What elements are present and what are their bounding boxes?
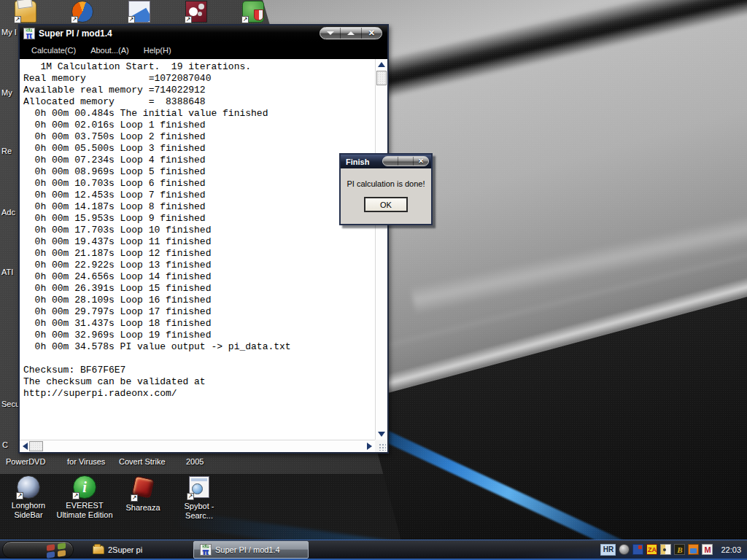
desktop-label-partial[interactable]: My I (1, 28, 17, 36)
taskbar-item-superpi-active[interactable]: SUPER π Super PI / mod1.4 (193, 541, 309, 559)
close-button[interactable]: ✕ (414, 157, 428, 166)
close-icon: ✕ (418, 158, 424, 165)
desktop-icon-antivir[interactable]: ↗ (242, 1, 264, 23)
desktop-icon-longhorn-sidebar[interactable]: ↗ Longhorn SideBar (0, 475, 57, 520)
shortcut-arrow-icon: ↗ (131, 494, 138, 502)
scroll-right-icon[interactable] (367, 443, 372, 450)
shortcut-arrow-icon: ↗ (187, 493, 194, 500)
desktop-icon-label: EVEREST Ultimate Edition (56, 501, 113, 520)
dialog-title: Finish (346, 158, 369, 166)
scroll-down-icon[interactable] (378, 432, 385, 437)
system-tray: HR ZA B M 22:03 (600, 540, 747, 559)
shortcut-arrow-icon: ↗ (241, 16, 249, 23)
audio-mixer-icon[interactable] (660, 544, 671, 555)
scroll-up-icon[interactable] (378, 62, 385, 67)
menu-bar: Calculate(C) About...(A) Help(H) (20, 42, 387, 59)
desktop-icon-everest[interactable]: i ↗ EVEREST Ultimate Edition (56, 475, 113, 520)
menu-help[interactable]: Help(H) (137, 44, 178, 57)
taskbar-item-label: 2Super pi (108, 545, 142, 554)
desktop-icon-red-gears[interactable]: ↗ (185, 1, 207, 23)
horizontal-scroll-thumb[interactable] (29, 441, 43, 451)
calculation-log: 1M Calculation Start. 19 iterations. Rea… (20, 59, 375, 440)
resize-grip[interactable] (375, 440, 387, 452)
superpi-app-icon[interactable]: SUPER π (23, 28, 35, 39)
superpi-window: SUPER π Super PI / mod1.4 ✕ Calculate(C)… (18, 24, 389, 454)
desktop-icon-label: Longhorn SideBar (0, 501, 57, 520)
taskbar-item-label: Super PI / mod1.4 (215, 545, 280, 554)
miranda-icon[interactable]: M (702, 544, 713, 555)
desktop-icon-label: Spybot - Searc... (171, 502, 228, 521)
superpi-app-icon: SUPER π (200, 544, 212, 556)
shortcut-arrow-icon: ↗ (14, 16, 21, 23)
desktop-label-partial[interactable]: My (1, 88, 12, 97)
shortcut-arrow-icon: ↗ (185, 16, 192, 23)
vertical-scrollbar[interactable] (375, 59, 387, 440)
desktop-icon-firefox[interactable]: ↗ (71, 1, 93, 23)
desktop-icon-shareaza[interactable]: ↗ Shareaza (115, 475, 171, 513)
desktop-icon-email[interactable]: ↗ (128, 1, 150, 23)
shortcut-arrow-icon: ↗ (128, 16, 135, 23)
taskbar-item-2super-pi[interactable]: 2Super pi (87, 541, 189, 559)
menu-calculate[interactable]: Calculate(C) (25, 44, 82, 57)
taskbar-clock[interactable]: 22:03 (721, 545, 741, 554)
scroll-left-icon[interactable] (23, 443, 28, 450)
desktop-icon-spybot[interactable]: ↗ Spybot - Searc... (171, 475, 228, 521)
minimize-icon (327, 31, 334, 35)
shortcut-arrow-icon: ↗ (71, 16, 78, 23)
shortcut-arrow-icon: ↗ (72, 492, 80, 499)
desktop-label-partial[interactable]: Secu (1, 400, 20, 408)
desktop-label-partial[interactable]: 2005 (186, 457, 204, 466)
calculation-log-text: 1M Calculation Start. 19 iterations. Rea… (20, 59, 375, 400)
volume-globe-icon[interactable] (619, 544, 630, 555)
window-caption-buttons: ✕ (320, 27, 382, 39)
dialog-caption-buttons: ✕ (382, 156, 429, 166)
dialog-message: PI calculation is done! (341, 179, 431, 188)
window-body: 1M Calculation Start. 19 iterations. Rea… (20, 59, 387, 452)
finish-dialog: Finish ✕ PI calculation is done! OK (339, 153, 433, 225)
title-bar[interactable]: SUPER π Super PI / mod1.4 ✕ (20, 26, 387, 42)
zonealarm-icon[interactable]: ZA (646, 544, 657, 555)
minimize-button-disabled (383, 157, 398, 166)
close-icon: ✕ (368, 29, 375, 37)
vertical-scroll-thumb[interactable] (376, 71, 387, 85)
horizontal-scrollbar[interactable] (20, 440, 375, 452)
maximize-button-disabled (398, 157, 414, 166)
dialog-title-bar[interactable]: Finish ✕ (341, 155, 431, 168)
maximize-icon (347, 31, 355, 35)
desktop-icon-label: Shareaza (115, 503, 171, 513)
maximize-button[interactable] (341, 28, 361, 39)
ok-button[interactable]: OK (364, 197, 408, 212)
folder-icon (93, 545, 104, 554)
desktop-label-partial[interactable]: ATI (1, 268, 13, 276)
minimize-button[interactable] (320, 28, 341, 39)
desktop-label-partial[interactable]: Covert Strike (119, 457, 166, 466)
desktop-label-partial[interactable]: for Viruses (67, 457, 105, 466)
desktop-icon-open-mail-folder[interactable]: ↗ (15, 1, 36, 23)
menu-about[interactable]: About...(A) (84, 44, 136, 57)
shortcut-arrow-icon: ↗ (16, 492, 23, 499)
language-indicator[interactable]: HR (600, 544, 616, 556)
desktop-label-partial[interactable]: Adc (1, 208, 15, 217)
bitcomet-icon[interactable]: B (674, 544, 685, 555)
taskbar: 2Super pi SUPER π Super PI / mod1.4 HR Z… (0, 540, 747, 560)
start-button[interactable] (2, 541, 74, 559)
windows-flag-icon (47, 542, 66, 559)
display-settings-icon[interactable] (632, 544, 643, 555)
desktop-label-partial[interactable]: PowerDVD (6, 457, 45, 466)
desktop-label-partial[interactable]: Re (1, 147, 12, 155)
window-title: Super PI / mod1.4 (39, 28, 112, 39)
mail-notifier-icon[interactable] (688, 544, 699, 555)
desktop-label-partial[interactable]: C (2, 440, 8, 449)
desktop: ↗ ↗ ↗ ↗ ↗ My I My Re Adc ATI Secu C Powe… (0, 0, 747, 560)
close-button[interactable]: ✕ (362, 28, 382, 39)
